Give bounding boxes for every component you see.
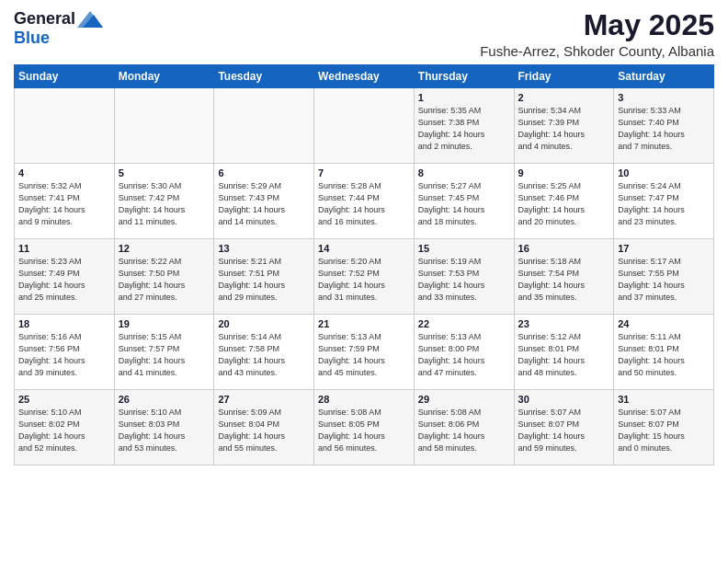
header: General Blue May 2025 Fushe-Arrez, Shkod… [14,9,714,59]
day-cell: 22Sunrise: 5:13 AM Sunset: 8:00 PM Dayli… [414,315,514,390]
day-cell [114,88,214,164]
day-info: Sunrise: 5:35 AM Sunset: 7:38 PM Dayligh… [418,105,510,153]
column-header-tuesday: Tuesday [214,65,314,88]
day-info: Sunrise: 5:16 AM Sunset: 7:56 PM Dayligh… [18,331,110,379]
day-cell: 30Sunrise: 5:07 AM Sunset: 8:07 PM Dayli… [514,390,614,465]
day-cell: 8Sunrise: 5:27 AM Sunset: 7:45 PM Daylig… [414,164,514,239]
day-cell: 29Sunrise: 5:08 AM Sunset: 8:06 PM Dayli… [414,390,514,465]
day-cell: 26Sunrise: 5:10 AM Sunset: 8:03 PM Dayli… [114,390,214,465]
day-info: Sunrise: 5:18 AM Sunset: 7:54 PM Dayligh… [518,256,610,304]
logo-icon [77,11,103,28]
day-number: 9 [518,167,610,178]
day-number: 29 [418,394,510,405]
day-number: 25 [18,394,110,405]
day-cell: 21Sunrise: 5:13 AM Sunset: 7:59 PM Dayli… [314,315,415,390]
day-info: Sunrise: 5:07 AM Sunset: 8:07 PM Dayligh… [518,407,610,454]
day-info: Sunrise: 5:13 AM Sunset: 8:00 PM Dayligh… [418,331,510,379]
day-cell [214,88,314,164]
day-cell: 3Sunrise: 5:33 AM Sunset: 7:40 PM Daylig… [614,88,714,164]
day-info: Sunrise: 5:33 AM Sunset: 7:40 PM Dayligh… [618,105,710,153]
column-header-sunday: Sunday [15,65,115,88]
day-number: 20 [218,318,310,329]
day-info: Sunrise: 5:34 AM Sunset: 7:39 PM Dayligh… [518,105,610,153]
column-header-thursday: Thursday [414,65,514,88]
column-header-wednesday: Wednesday [314,65,415,88]
day-info: Sunrise: 5:08 AM Sunset: 8:06 PM Dayligh… [418,407,510,454]
logo-blue-text: Blue [14,29,50,48]
day-cell: 6Sunrise: 5:29 AM Sunset: 7:43 PM Daylig… [214,164,314,239]
day-info: Sunrise: 5:23 AM Sunset: 7:49 PM Dayligh… [18,256,110,304]
month-title: May 2025 [480,9,714,41]
day-cell: 4Sunrise: 5:32 AM Sunset: 7:41 PM Daylig… [15,164,115,239]
day-info: Sunrise: 5:19 AM Sunset: 7:53 PM Dayligh… [418,256,510,304]
day-cell: 15Sunrise: 5:19 AM Sunset: 7:53 PM Dayli… [414,239,514,315]
day-number: 4 [18,167,110,178]
day-number: 2 [518,92,610,103]
day-info: Sunrise: 5:14 AM Sunset: 7:58 PM Dayligh… [218,331,310,379]
day-cell: 25Sunrise: 5:10 AM Sunset: 8:02 PM Dayli… [15,390,115,465]
day-number: 17 [618,243,710,254]
day-info: Sunrise: 5:25 AM Sunset: 7:46 PM Dayligh… [518,180,610,228]
day-cell: 16Sunrise: 5:18 AM Sunset: 7:54 PM Dayli… [514,239,614,315]
day-info: Sunrise: 5:13 AM Sunset: 7:59 PM Dayligh… [318,331,410,379]
day-info: Sunrise: 5:29 AM Sunset: 7:43 PM Dayligh… [218,180,310,228]
day-info: Sunrise: 5:10 AM Sunset: 8:02 PM Dayligh… [18,407,110,454]
day-number: 21 [318,318,410,329]
header-row: SundayMondayTuesdayWednesdayThursdayFrid… [15,65,714,88]
day-number: 31 [618,394,710,405]
day-info: Sunrise: 5:22 AM Sunset: 7:50 PM Dayligh… [119,256,210,304]
day-info: Sunrise: 5:27 AM Sunset: 7:45 PM Dayligh… [418,180,510,228]
day-cell: 1Sunrise: 5:35 AM Sunset: 7:38 PM Daylig… [414,88,514,164]
day-cell: 28Sunrise: 5:08 AM Sunset: 8:05 PM Dayli… [314,390,415,465]
day-number: 28 [318,394,410,405]
title-area: May 2025 Fushe-Arrez, Shkoder County, Al… [480,9,714,59]
week-row-5: 25Sunrise: 5:10 AM Sunset: 8:02 PM Dayli… [15,390,714,465]
day-number: 7 [318,167,410,178]
day-cell: 31Sunrise: 5:07 AM Sunset: 8:07 PM Dayli… [614,390,714,465]
day-number: 14 [318,243,410,254]
day-info: Sunrise: 5:30 AM Sunset: 7:42 PM Dayligh… [119,180,210,228]
column-header-monday: Monday [114,65,214,88]
day-number: 8 [418,167,510,178]
day-cell: 27Sunrise: 5:09 AM Sunset: 8:04 PM Dayli… [214,390,314,465]
day-cell: 13Sunrise: 5:21 AM Sunset: 7:51 PM Dayli… [214,239,314,315]
day-info: Sunrise: 5:15 AM Sunset: 7:57 PM Dayligh… [119,331,210,379]
week-row-2: 4Sunrise: 5:32 AM Sunset: 7:41 PM Daylig… [15,164,714,239]
day-info: Sunrise: 5:12 AM Sunset: 8:01 PM Dayligh… [518,331,610,379]
day-info: Sunrise: 5:20 AM Sunset: 7:52 PM Dayligh… [318,256,410,304]
day-cell: 12Sunrise: 5:22 AM Sunset: 7:50 PM Dayli… [114,239,214,315]
day-info: Sunrise: 5:21 AM Sunset: 7:51 PM Dayligh… [218,256,310,304]
location-subtitle: Fushe-Arrez, Shkoder County, Albania [480,43,714,59]
day-cell: 17Sunrise: 5:17 AM Sunset: 7:55 PM Dayli… [614,239,714,315]
day-number: 15 [418,243,510,254]
day-number: 19 [119,318,210,329]
day-cell: 14Sunrise: 5:20 AM Sunset: 7:52 PM Dayli… [314,239,415,315]
week-row-3: 11Sunrise: 5:23 AM Sunset: 7:49 PM Dayli… [15,239,714,315]
day-cell: 24Sunrise: 5:11 AM Sunset: 8:01 PM Dayli… [614,315,714,390]
day-number: 23 [518,318,610,329]
day-info: Sunrise: 5:24 AM Sunset: 7:47 PM Dayligh… [618,180,710,228]
day-number: 16 [518,243,610,254]
day-cell: 2Sunrise: 5:34 AM Sunset: 7:39 PM Daylig… [514,88,614,164]
day-info: Sunrise: 5:17 AM Sunset: 7:55 PM Dayligh… [618,256,710,304]
day-number: 26 [119,394,210,405]
day-number: 27 [218,394,310,405]
logo: General Blue [14,9,103,48]
day-number: 10 [618,167,710,178]
day-number: 18 [18,318,110,329]
day-cell: 5Sunrise: 5:30 AM Sunset: 7:42 PM Daylig… [114,164,214,239]
day-info: Sunrise: 5:32 AM Sunset: 7:41 PM Dayligh… [18,180,110,228]
day-cell: 11Sunrise: 5:23 AM Sunset: 7:49 PM Dayli… [15,239,115,315]
day-info: Sunrise: 5:28 AM Sunset: 7:44 PM Dayligh… [318,180,410,228]
day-cell: 7Sunrise: 5:28 AM Sunset: 7:44 PM Daylig… [314,164,415,239]
day-cell: 20Sunrise: 5:14 AM Sunset: 7:58 PM Dayli… [214,315,314,390]
calendar-table: SundayMondayTuesdayWednesdayThursdayFrid… [14,64,714,465]
day-number: 30 [518,394,610,405]
day-number: 6 [218,167,310,178]
column-header-friday: Friday [514,65,614,88]
day-number: 3 [618,92,710,103]
day-info: Sunrise: 5:08 AM Sunset: 8:05 PM Dayligh… [318,407,410,454]
day-number: 1 [418,92,510,103]
day-number: 22 [418,318,510,329]
column-header-saturday: Saturday [614,65,714,88]
